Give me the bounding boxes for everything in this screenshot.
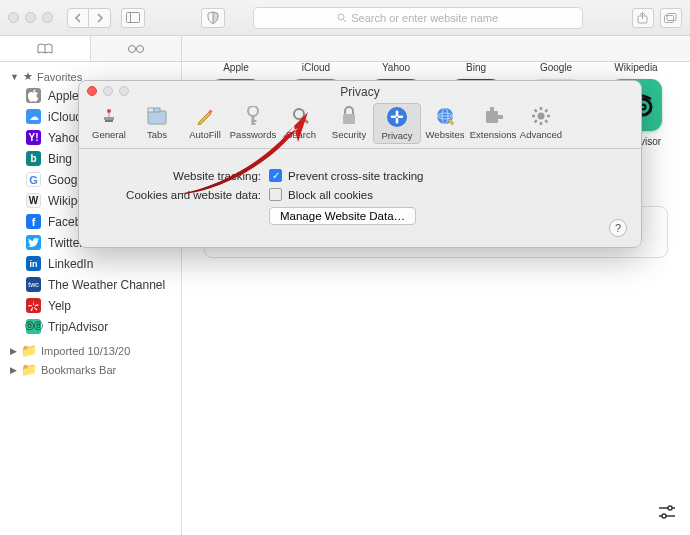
favicon-icon: Y!	[26, 130, 41, 145]
svg-line-56	[535, 120, 537, 122]
prevent-tracking-label: Prevent cross-site tracking	[288, 170, 424, 182]
svg-rect-20	[105, 120, 113, 122]
svg-point-25	[248, 106, 258, 116]
favorites-label: Favorites	[37, 71, 82, 83]
prefs-tab-security[interactable]: Security	[325, 103, 373, 144]
sidebar-item-label: The Weather Channel	[48, 278, 165, 292]
tabs-button[interactable]	[660, 8, 682, 28]
bookmarks-mode-button[interactable]	[0, 36, 91, 61]
cookies-field-label: Cookies and website data:	[97, 189, 269, 201]
address-placeholder: Search or enter website name	[351, 12, 498, 24]
sidebar-item-label: LinkedIn	[48, 257, 93, 271]
svg-point-9	[137, 45, 144, 52]
help-button[interactable]: ?	[609, 219, 627, 237]
prefs-tab-advanced[interactable]: Advanced	[517, 103, 565, 144]
folder-icon: 📁	[21, 343, 37, 358]
prefs-tab-general[interactable]: General	[85, 103, 133, 144]
back-button[interactable]	[67, 8, 89, 28]
prefs-tab-search[interactable]: Search	[277, 103, 325, 144]
prefs-tab-label: AutoFill	[189, 129, 221, 140]
svg-rect-6	[667, 13, 676, 20]
prefs-tab-label: Privacy	[381, 130, 412, 141]
manage-website-data-button[interactable]: Manage Website Data…	[269, 207, 416, 225]
sidebar-toggle-button[interactable]	[121, 8, 145, 28]
max-dot-icon[interactable]	[42, 12, 53, 23]
prevent-tracking-checkbox[interactable]	[269, 169, 282, 182]
prefs-tab-tabs[interactable]: Tabs	[133, 103, 181, 144]
svg-rect-39	[391, 116, 397, 118]
favicon-icon: ⓞⓞ	[26, 319, 41, 334]
prefs-tab-websites[interactable]: Websites	[421, 103, 469, 144]
svg-rect-46	[486, 111, 498, 123]
sidebar-item-label: TripAdvisor	[48, 320, 108, 334]
sidebar-item-label: Yahoo	[48, 131, 82, 145]
imported-section-header[interactable]: ▶ 📁 Imported 10/13/20	[0, 341, 181, 360]
svg-point-61	[662, 514, 666, 518]
bookmarksbar-section-header[interactable]: ▶ 📁 Bookmarks Bar	[0, 360, 181, 379]
prefs-tab-privacy[interactable]: Privacy	[373, 103, 421, 144]
close-button[interactable]	[87, 86, 97, 96]
sidebar-item[interactable]: Yelp	[0, 295, 181, 316]
favicon-icon	[26, 88, 41, 103]
min-dot-icon[interactable]	[25, 12, 36, 23]
autofill-icon	[194, 105, 216, 127]
close-dot-icon[interactable]	[8, 12, 19, 23]
favorite-label: Bing	[450, 62, 502, 73]
sidebar-mode-bar: +	[0, 36, 690, 62]
svg-rect-40	[398, 116, 404, 118]
prefs-tab-label: Advanced	[520, 129, 562, 140]
address-bar[interactable]: Search or enter website name	[253, 7, 583, 29]
favicon-icon: twc	[26, 277, 41, 292]
chevron-right-icon: ▶	[10, 365, 17, 375]
svg-rect-5	[665, 15, 674, 22]
favorite-label: Apple	[210, 62, 262, 73]
favicon-icon: b	[26, 151, 41, 166]
prefs-tab-label: Security	[332, 129, 366, 140]
tabs-icon	[146, 105, 168, 127]
svg-rect-38	[396, 111, 399, 117]
svg-line-55	[545, 120, 547, 122]
preferences-window: Privacy GeneralTabsAutoFillPasswordsSear…	[78, 80, 642, 248]
favicon-icon	[26, 235, 41, 250]
sidebar-item-label: iCloud	[48, 110, 82, 124]
prefs-title: Privacy	[79, 85, 641, 99]
favicon-icon	[26, 298, 41, 313]
prefs-tab-label: Websites	[426, 129, 465, 140]
svg-rect-18	[109, 113, 110, 117]
tracking-field-label: Website tracking:	[97, 170, 269, 182]
prefs-toolbar: GeneralTabsAutoFillPasswordsSearchSecuri…	[79, 101, 641, 149]
passwords-icon	[242, 105, 264, 127]
forward-button[interactable]	[89, 8, 111, 28]
prefs-tab-label: Passwords	[230, 129, 276, 140]
svg-point-16	[642, 106, 645, 109]
svg-rect-27	[252, 120, 257, 122]
readinglist-mode-button[interactable]	[91, 36, 182, 61]
sidebar-item[interactable]: inLinkedIn	[0, 253, 181, 274]
page-settings-button[interactable]	[658, 505, 676, 523]
prefs-tab-label: Search	[286, 129, 316, 140]
sidebar-item[interactable]: ⓞⓞTripAdvisor	[0, 316, 181, 337]
favorite-label: Yahoo	[370, 62, 422, 73]
svg-point-49	[538, 113, 545, 120]
sidebar-item-label: Bing	[48, 152, 72, 166]
svg-point-8	[129, 45, 136, 52]
privacy-shield-button[interactable]	[201, 8, 225, 28]
svg-line-54	[535, 110, 537, 112]
share-button[interactable]	[632, 8, 654, 28]
bookmarksbar-label: Bookmarks Bar	[41, 364, 116, 376]
chevron-down-icon: ▼	[10, 72, 19, 82]
svg-rect-19	[104, 117, 114, 120]
svg-point-59	[668, 506, 672, 510]
window-traffic-lights	[8, 12, 53, 23]
sidebar-item[interactable]: twcThe Weather Channel	[0, 274, 181, 295]
sidebar-item-label: Apple	[48, 89, 79, 103]
prefs-tab-extensions[interactable]: Extensions	[469, 103, 517, 144]
prefs-tab-passwords[interactable]: Passwords	[229, 103, 277, 144]
svg-point-2	[338, 14, 344, 20]
favorite-label: Google	[530, 62, 582, 73]
general-icon	[98, 105, 120, 127]
prefs-tab-autofill[interactable]: AutoFill	[181, 103, 229, 144]
block-cookies-checkbox[interactable]	[269, 188, 282, 201]
block-cookies-label: Block all cookies	[288, 189, 373, 201]
svg-point-29	[294, 109, 304, 119]
